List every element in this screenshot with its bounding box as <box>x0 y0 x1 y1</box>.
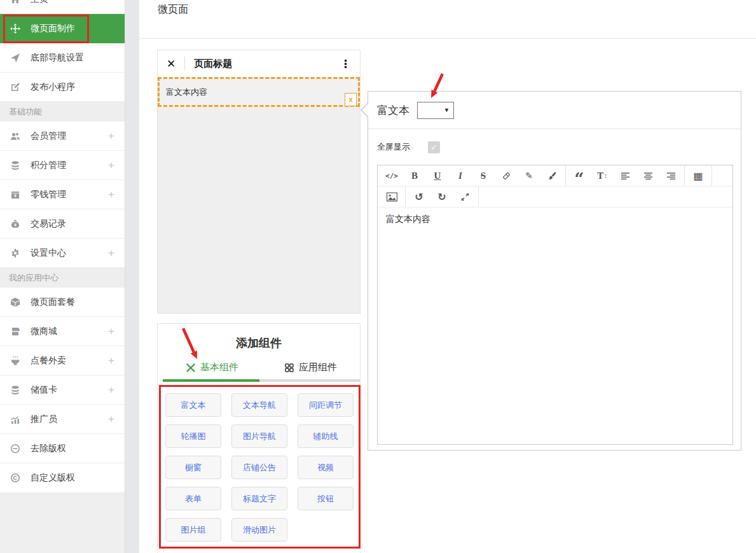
sidebar-item-move[interactable]: 微页面制作 <box>0 14 125 43</box>
strike-icon[interactable]: S <box>472 165 495 186</box>
component-button[interactable]: 间距调节 <box>298 393 354 417</box>
text-size-icon[interactable]: T↕ <box>591 165 614 186</box>
sidebar-item-label: 微商城 <box>31 326 57 337</box>
component-button[interactable]: 图片导航 <box>231 424 287 448</box>
sidebar-item-label: 设置中心 <box>31 248 66 259</box>
sidebar-item-minus-circle[interactable]: 去除版权 <box>0 434 125 463</box>
sidebar-item-home[interactable]: 主页 <box>0 0 125 14</box>
active-tab-underline <box>163 379 259 382</box>
component-button[interactable]: 滑动图片 <box>231 518 287 542</box>
underline-icon[interactable]: U <box>426 165 449 186</box>
editor-toolbar: </>BUIS✎“T↕▦↺↻ <box>378 165 732 207</box>
sidebar-item-label: 底部导航设置 <box>31 52 84 64</box>
component-button[interactable]: 图片组 <box>165 518 221 542</box>
inactive-tab-underline <box>259 379 360 382</box>
home-icon <box>10 0 22 4</box>
sidebar-item-label: 推广员 <box>31 414 57 425</box>
tab-basic-components[interactable]: 基本组件 <box>163 361 261 374</box>
bold-icon[interactable]: B <box>403 165 426 186</box>
sidebar-item-chart[interactable]: 推广员+ <box>0 405 125 434</box>
component-button[interactable]: 轮播图 <box>165 424 221 448</box>
component-button[interactable]: 辅助线 <box>298 424 354 448</box>
sidebar-item-edit[interactable]: 发布小程序 <box>0 73 125 102</box>
chart-icon <box>10 414 22 424</box>
inspector-component-label: 富文本 <box>377 103 409 118</box>
expand-icon[interactable] <box>453 186 476 207</box>
pen-icon[interactable]: ✎ <box>518 165 540 186</box>
expand-plus-icon: + <box>108 413 114 426</box>
sidebar-item-plane[interactable]: 底部导航设置 <box>0 43 125 73</box>
align-right-icon[interactable] <box>659 165 682 186</box>
grid-icon <box>284 362 295 373</box>
sidebar-item-label: 积分管理 <box>31 160 66 171</box>
sidebar-item-coins[interactable]: 积分管理+ <box>0 151 125 180</box>
table-icon[interactable]: ▦ <box>687 165 710 186</box>
minus-circle-icon <box>10 444 22 454</box>
italic-icon[interactable]: I <box>449 165 472 186</box>
coins-icon <box>10 160 22 171</box>
fullscreen-checkbox[interactable]: ✓ <box>428 141 440 153</box>
undo-icon[interactable]: ↺ <box>408 186 430 207</box>
component-button-grid: 富文本文本导航间距调节轮播图图片导航辅助线橱窗店铺公告视频表单标题文字按钮图片组… <box>165 393 354 542</box>
brush-icon[interactable] <box>540 165 563 186</box>
sidebar-item-shop[interactable]: 微商城+ <box>0 317 125 346</box>
richtext-style-dropdown[interactable]: ▼ <box>417 102 454 119</box>
header-divider <box>139 38 756 39</box>
expand-plus-icon: + <box>108 384 114 396</box>
image-icon[interactable] <box>380 186 403 207</box>
sidebar-item-label: 点餐外卖 <box>31 355 66 367</box>
align-left-icon[interactable] <box>614 165 636 186</box>
kebab-menu-icon[interactable]: ⋮ <box>340 57 351 71</box>
add-components-panel: 添加组件 基本组件应用组件 富文本文本导航间距调节轮播图图片导航辅助线橱窗店铺公… <box>157 323 361 553</box>
sidebar-item-copyright[interactable]: 自定义版权 <box>0 463 125 493</box>
sidebar-item-cube[interactable]: 微页面套餐 <box>0 288 125 317</box>
component-button[interactable]: 表单 <box>165 487 221 510</box>
cube-icon <box>10 297 22 307</box>
component-button[interactable]: 文本导航 <box>231 393 287 417</box>
selected-richtext-component[interactable]: 富文本内容 x <box>158 77 360 107</box>
sidebar-item-bowl[interactable]: 点餐外卖+ <box>0 346 125 375</box>
sidebar-item-users[interactable]: 会员管理+ <box>0 122 125 151</box>
selected-component-label: 富文本内容 <box>166 87 207 98</box>
redo-icon[interactable]: ↻ <box>430 186 453 207</box>
component-button[interactable]: 标题文字 <box>231 487 287 510</box>
moneybag-icon: ¥ <box>10 219 22 229</box>
sidebar-item-label: 微页面套餐 <box>31 297 75 308</box>
fullscreen-row: 全屏显示 ✓ <box>368 129 741 165</box>
sidebar-item-wallet[interactable]: ¥零钱管理+ <box>0 180 125 209</box>
expand-plus-icon: + <box>108 325 114 338</box>
bowl-icon <box>10 356 22 366</box>
quote-icon[interactable]: “ <box>568 165 591 186</box>
sidebar-item-moneybag[interactable]: ¥交易记录 <box>0 209 125 239</box>
eraser-icon[interactable] <box>495 165 518 186</box>
component-button[interactable]: 按钮 <box>298 487 354 510</box>
align-center-icon[interactable] <box>636 165 659 186</box>
expand-plus-icon: + <box>108 354 114 367</box>
chevron-down-icon: ▼ <box>444 107 450 113</box>
code-icon[interactable]: </> <box>380 165 403 186</box>
inspector-header: 富文本 ▼ <box>368 92 741 129</box>
wallet-icon: ¥ <box>10 190 22 200</box>
tab-app-components[interactable]: 应用组件 <box>261 361 360 374</box>
sidebar-item-gear[interactable]: 设置中心+ <box>0 239 125 268</box>
sidebar-item-label: 会员管理 <box>31 130 66 142</box>
delete-component-button[interactable]: x <box>345 93 357 106</box>
sidebar-item-label: 微页面制作 <box>31 23 75 34</box>
toolbar-separator <box>405 186 406 207</box>
add-components-title: 添加组件 <box>158 335 360 351</box>
coins-icon <box>10 385 22 395</box>
sidebar-item-coins[interactable]: 储值卡+ <box>0 375 125 405</box>
component-button[interactable]: 店铺公告 <box>231 456 287 479</box>
component-button[interactable]: 视频 <box>298 456 354 479</box>
copyright-icon <box>10 473 22 483</box>
sidebar-item-label: 交易记录 <box>31 218 66 230</box>
component-button[interactable]: 富文本 <box>165 393 221 417</box>
component-tabs: 基本组件应用组件 <box>158 361 360 374</box>
expand-plus-icon: + <box>108 247 114 260</box>
phone-preview: ✕ 页面标题 ⋮ 富文本内容 x <box>157 50 361 314</box>
close-icon[interactable]: ✕ <box>167 57 175 71</box>
component-button[interactable]: 橱窗 <box>165 456 221 479</box>
sidebar-item-label: 自定义版权 <box>31 472 75 484</box>
editor-content-area[interactable]: 富文本内容 <box>378 207 732 449</box>
page-title: 微页面 <box>158 3 188 17</box>
